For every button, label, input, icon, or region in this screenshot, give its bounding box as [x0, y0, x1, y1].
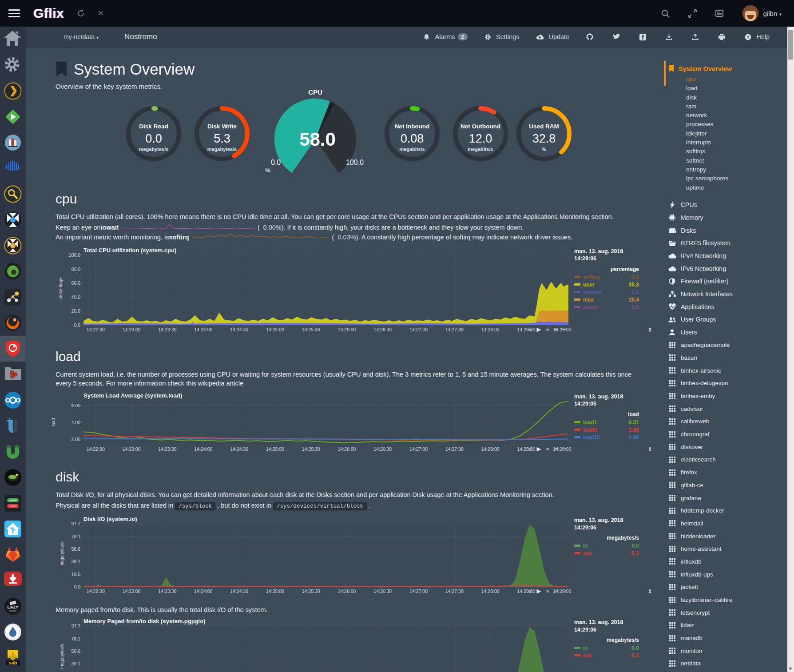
chart-resize-handle[interactable]: ⇕: [647, 326, 652, 333]
sidebar-app-deluge[interactable]: [0, 619, 26, 645]
toc-item-load[interactable]: load: [686, 84, 787, 93]
app-logo[interactable]: Gflix: [33, 6, 64, 21]
toc-app-heimdall[interactable]: heimdall: [668, 517, 787, 530]
sidebar-app-diskover[interactable]: [0, 362, 26, 387]
navbar-item-settings[interactable]: Settings: [484, 33, 519, 40]
disk-io-chart[interactable]: Disk I/O (system.io)megabytes/s97.778.15…: [56, 516, 635, 596]
toc-app-elasticsearch[interactable]: elasticsearch: [668, 453, 787, 466]
legend-row-nice[interactable]: nice20.4: [574, 297, 639, 303]
toc-app-lidarr[interactable]: lidarr: [668, 619, 787, 632]
toc-app-hddtemp-docker[interactable]: hddtemp-docker: [668, 504, 787, 517]
toc-section-applications[interactable]: Applications: [668, 300, 787, 313]
sidebar-app-home-assistant[interactable]: [0, 516, 26, 542]
navbar-item-help[interactable]: ?Help: [745, 33, 770, 40]
toc-section-users[interactable]: Users: [668, 326, 787, 339]
sidebar-app-app-x-gold[interactable]: [0, 233, 26, 258]
gauge-cpu[interactable]: CPU58.00.0100.0%: [260, 88, 371, 178]
toc-item-interrupts[interactable]: interrupts: [686, 138, 787, 147]
fullscreen-icon[interactable]: [688, 9, 697, 18]
legend-row-iowait[interactable]: iowait0.0: [574, 304, 639, 310]
navbar-item-facebook[interactable]: [639, 34, 649, 40]
sidebar-app-nextcloud[interactable]: [0, 387, 26, 413]
cpu-chart[interactable]: Total CPU utilization (system.cpu)percen…: [56, 247, 635, 334]
navbar-item-print[interactable]: [718, 34, 728, 40]
sidebar-app-ubooquity[interactable]: [0, 413, 26, 439]
toc-app-hiddenloader[interactable]: hiddenloader: [668, 530, 787, 543]
toc-header[interactable]: System Overview: [668, 65, 787, 72]
hamburger-menu-icon[interactable]: [8, 9, 20, 17]
gauge-disk-write[interactable]: Disk Write5.3megabytes/s: [192, 103, 252, 164]
toc-item-softirqs[interactable]: softirqs: [686, 147, 787, 156]
toc-section-ipv4-networking[interactable]: IPv4 Networking: [668, 250, 787, 262]
toc-item-softnet[interactable]: softnet: [686, 156, 787, 165]
toc-app-firefox[interactable]: firefox: [668, 466, 787, 479]
toc-section-firewall-netfilter-[interactable]: Firewall (netfilter): [668, 275, 787, 288]
toc-app-binhex-emby[interactable]: binhex-emby: [668, 390, 787, 402]
sidebar-app-settings[interactable]: [0, 52, 26, 78]
scrollbar-down-arrow[interactable]: [789, 668, 792, 670]
toc-app-calibreweb[interactable]: calibreweb: [668, 415, 787, 428]
toc-app-jackett[interactable]: jackett: [668, 581, 787, 593]
chart-plot-area[interactable]: 97.778.158.639.119.50.0«▶»+−⇕: [83, 626, 568, 672]
toc-item-processes[interactable]: processes: [686, 120, 787, 129]
legend-row-load1[interactable]: load16.51: [574, 419, 639, 425]
navbar-item-update[interactable]: Update: [536, 33, 569, 40]
legend-row-user[interactable]: user35.3: [574, 282, 639, 288]
toc-app-binhex-delugevpn[interactable]: binhex-delugevpn: [668, 377, 787, 390]
refresh-icon[interactable]: [76, 9, 85, 18]
legend-row-out[interactable]: out-5.2: [574, 652, 639, 659]
sidebar-app-sickchill[interactable]: [0, 465, 26, 490]
toc-app-binhex-airsonic[interactable]: binhex-airsonic: [668, 364, 787, 377]
toc-section-memory[interactable]: Memory: [668, 211, 787, 224]
chart-plot-area[interactable]: 97.778.158.639.119.50.0«▶»+−⇕: [83, 524, 568, 587]
sidebar-app-calibre[interactable]: [0, 130, 26, 155]
sidebar-app-home[interactable]: [0, 27, 26, 52]
sidebar-app-grafana[interactable]: [0, 310, 26, 336]
toc-section-cpus[interactable]: CPUs: [668, 199, 787, 211]
legend-row-system[interactable]: system2.3: [574, 289, 639, 295]
toc-item-network[interactable]: network: [686, 111, 787, 120]
user-menu[interactable]: gilbn ▾: [763, 10, 782, 17]
legend-row-in[interactable]: in0.0: [574, 645, 639, 651]
toc-app-lazylibrarian-calibre[interactable]: lazylibrarian-calibre: [668, 593, 787, 606]
toc-app-letsencrypt[interactable]: letsencrypt: [668, 606, 787, 619]
toc-item-disk[interactable]: disk: [686, 93, 787, 102]
toc-app-gitlab-ce[interactable]: gitlab-ce: [668, 479, 787, 492]
toc-app-monitorr[interactable]: monitorr: [668, 644, 787, 657]
gauge-net-inbound[interactable]: Net Inbound0.08megabits/s: [382, 103, 442, 164]
toc-app-apacheguacamole[interactable]: apacheguacamole: [668, 338, 787, 351]
toc-app-influxdb-ups[interactable]: influxdb-ups: [668, 568, 787, 581]
toc-section-btrfs-filesystem[interactable]: BTRFS filesystem: [668, 237, 787, 250]
server-menu[interactable]: my-netdata ▾: [64, 33, 99, 40]
sidebar-app-plex[interactable]: [0, 78, 26, 104]
toc-app-netdata[interactable]: netdata: [668, 657, 787, 670]
chart-resize-handle[interactable]: ⇕: [647, 588, 652, 595]
news-icon[interactable]: [715, 9, 723, 17]
legend-row-softirq[interactable]: softirq0.0: [574, 274, 639, 280]
sidebar-app-sabnzbd[interactable]: sab: [0, 645, 26, 671]
chart-plot-area[interactable]: 6.004.002.00«▶»+−⇕: [83, 400, 568, 445]
gauge-disk-read[interactable]: Disk Read0.0megabytes/s: [123, 103, 184, 164]
navbar-item-twitter[interactable]: [613, 34, 623, 40]
toc-app-grafana[interactable]: grafana: [668, 492, 787, 505]
toc-app-mariadb[interactable]: mariadb: [668, 632, 787, 644]
user-avatar[interactable]: [742, 5, 759, 22]
sidebar-app-app-x-dark[interactable]: [0, 207, 26, 233]
load-chart[interactable]: System Load Average (system.load)load6.0…: [56, 392, 635, 453]
sidebar-app-emby[interactable]: [0, 104, 26, 130]
toc-section-ipv6-networking[interactable]: IPv6 Networking: [668, 262, 787, 275]
toc-item-ram[interactable]: ram: [686, 102, 787, 111]
pgpgio-chart[interactable]: Memory Paged from/to disk (system.pgpgio…: [56, 618, 635, 672]
sidebar-app-gitlab[interactable]: [0, 542, 26, 568]
navbar-item-upload[interactable]: [692, 34, 701, 40]
sidebar-app-youtube-dl[interactable]: [0, 568, 26, 593]
page-scrollbar[interactable]: [787, 27, 794, 672]
chart-resize-handle[interactable]: ⇕: [647, 446, 652, 453]
toc-section-network-interfaces[interactable]: Network Interfaces: [668, 288, 787, 301]
sidebar-app-guacamole[interactable]: [0, 258, 26, 284]
sidebar-app-airsonic[interactable]: [0, 155, 26, 181]
sidebar-app-netdata[interactable]: [0, 336, 26, 362]
sidebar-app-lazylibrarian[interactable]: LAZYlibrarian: [0, 593, 26, 619]
navbar-item-alarms[interactable]: Alarms2: [423, 33, 468, 40]
gauge-net-outbound[interactable]: Net Outbound12.0megabits/s: [450, 103, 511, 164]
